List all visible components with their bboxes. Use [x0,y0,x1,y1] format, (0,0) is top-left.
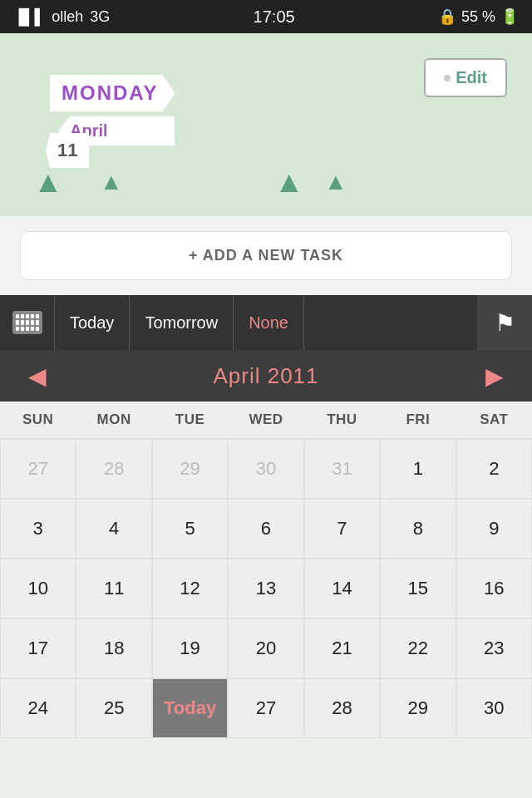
calendar-days-header: SUNMONTUEWEDTHUFRISAT [0,401,532,439]
cal-cell-1-1[interactable]: 4 [76,499,151,559]
cal-cell-3-4[interactable]: 21 [304,618,380,678]
cal-cell-1-6[interactable]: 9 [456,499,532,559]
cal-cell-1-0[interactable]: 3 [0,499,76,559]
keyboard-icon [12,311,42,334]
prev-month-button[interactable]: ◀ [20,359,55,393]
cal-cell-4-5[interactable]: 29 [380,678,456,738]
today-quick-button[interactable]: Today [55,295,130,350]
day-number: 11 [46,133,89,168]
cal-cell-1-3[interactable]: 6 [228,499,303,559]
cal-cell-0-3[interactable]: 30 [228,439,303,499]
time-label: 17:05 [254,7,295,27]
cal-cell-2-5[interactable]: 15 [380,559,456,618]
status-right: 🔒 55 % 🔋 [438,7,519,26]
cal-cell-4-3[interactable]: 27 [228,678,303,738]
cal-cell-1-4[interactable]: 7 [304,499,380,559]
cal-cell-0-1[interactable]: 28 [76,439,151,499]
calendar-grid: 2728293031123456789101112131415161718192… [0,439,532,738]
header-area: MONDAY April 11 ▲ ▲ ▲ ▲ Edit [0,33,532,216]
day-name-wed: WED [228,401,303,438]
calendar-header: ◀ April 2011 ▶ [0,350,532,401]
cal-cell-1-2[interactable]: 5 [152,499,228,559]
day-name-tue: TUE [152,401,228,438]
tree-icon-3: ▲ [274,165,304,200]
edit-button[interactable]: Edit [424,58,507,97]
cal-cell-0-6[interactable]: 2 [456,439,532,499]
flag-icon: ⚑ [495,309,515,337]
day-name-fri: FRI [380,401,456,438]
cal-cell-3-3[interactable]: 20 [228,618,303,678]
battery-icon: 🔋 [500,7,519,26]
cal-cell-0-4[interactable]: 31 [304,439,380,499]
day-name-mon: MON [76,401,151,438]
cal-cell-4-6[interactable]: 30 [456,678,532,738]
status-bar: ▐▌▌ olleh 3G 17:05 🔒 55 % 🔋 [0,0,532,33]
add-task-bar: + ADD A NEW TASK [0,216,532,295]
cal-cell-0-2[interactable]: 29 [152,439,228,499]
cal-cell-3-1[interactable]: 18 [76,618,151,678]
day-label: MONDAY [50,75,175,111]
status-left: ▐▌▌ olleh 3G [13,8,110,26]
flag-button[interactable]: ⚑ [477,295,532,350]
cal-cell-4-2[interactable]: Today [152,678,228,738]
cal-cell-0-0[interactable]: 27 [0,439,76,499]
signal-icon: ▐▌▌ [13,8,45,26]
cal-cell-3-0[interactable]: 17 [0,618,76,678]
cal-cell-3-2[interactable]: 19 [152,618,228,678]
cal-cell-2-6[interactable]: 16 [456,559,532,618]
cal-cell-4-0[interactable]: 24 [0,678,76,738]
quick-date-bar: Today Tomorrow None ⚑ [0,295,532,350]
edit-dot [444,75,451,81]
cal-cell-3-5[interactable]: 22 [380,618,456,678]
cal-cell-2-3[interactable]: 13 [228,559,303,618]
cal-cell-4-4[interactable]: 28 [304,678,380,738]
cal-cell-2-4[interactable]: 14 [304,559,380,618]
calendar-title: April 2011 [213,363,318,389]
battery-label: 55 % [461,8,495,26]
network-label: 3G [90,8,110,26]
cal-cell-2-0[interactable]: 10 [0,559,76,618]
cal-cell-1-5[interactable]: 8 [380,499,456,559]
day-name-sun: SUN [0,401,76,438]
tree-icon-2: ▲ [100,169,123,195]
tree-icon-1: ▲ [33,165,63,200]
none-quick-button[interactable]: None [234,295,304,350]
keyboard-button[interactable] [0,295,55,350]
cal-cell-0-5[interactable]: 1 [380,439,456,499]
carrier-label: olleh [52,8,83,26]
cal-cell-2-2[interactable]: 12 [152,559,228,618]
lock-icon: 🔒 [438,7,456,26]
day-name-sat: SAT [456,401,532,438]
day-name-thu: THU [304,401,380,438]
cal-cell-2-1[interactable]: 11 [76,559,151,618]
cal-cell-3-6[interactable]: 23 [456,618,532,678]
tree-icon-4: ▲ [324,169,347,195]
add-task-button[interactable]: + ADD A NEW TASK [20,231,512,280]
calendar: ◀ April 2011 ▶ SUNMONTUEWEDTHUFRISAT 272… [0,350,532,738]
cal-cell-4-1[interactable]: 25 [76,678,151,738]
next-month-button[interactable]: ▶ [477,359,512,393]
tomorrow-quick-button[interactable]: Tomorrow [130,295,234,350]
